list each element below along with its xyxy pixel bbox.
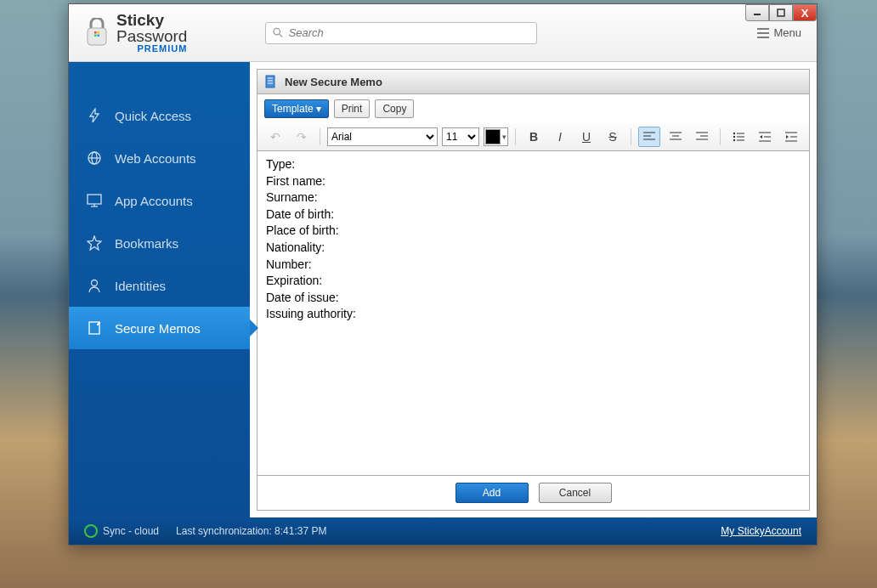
sync-icon <box>84 524 98 538</box>
outdent-button[interactable] <box>754 127 776 147</box>
indent-button[interactable] <box>780 127 802 147</box>
memo-field-line: Expiration: <box>266 273 801 290</box>
font-select[interactable]: Arial <box>327 127 438 146</box>
template-button[interactable]: Template▾ <box>264 99 329 118</box>
font-color-picker[interactable]: ▾ <box>484 127 508 146</box>
my-account-link[interactable]: My StickyAccount <box>721 525 801 537</box>
svg-point-33 <box>733 133 735 134</box>
app-footer: Sync - cloud Last synchronization: 8:41:… <box>69 517 817 545</box>
action-bar: Template▾ Print Copy <box>257 94 810 123</box>
content-area: New Secure Memo Template▾ Print Copy ↶ ↷… <box>250 62 817 517</box>
logo-text-3: PREMIUM <box>116 44 187 54</box>
format-toolbar: ↶ ↷ Arial 11 ▾ B I U S <box>257 123 810 151</box>
dialog-buttons: Add Cancel <box>257 476 810 511</box>
svg-point-35 <box>733 136 735 138</box>
sidebar-item-app-accounts[interactable]: App Accounts <box>69 179 250 222</box>
content-header: New Secure Memo <box>257 69 810 94</box>
search-icon <box>273 27 283 38</box>
align-center-button[interactable] <box>665 127 687 147</box>
memo-field-line: Number: <box>266 257 801 274</box>
bold-button[interactable]: B <box>523 127 545 147</box>
globe-icon <box>86 150 103 167</box>
sidebar-item-bookmarks[interactable]: Bookmarks <box>69 222 250 264</box>
underline-button[interactable]: U <box>575 127 597 147</box>
svg-line-8 <box>280 34 283 37</box>
sidebar-item-label: Secure Memos <box>115 321 201 336</box>
menu-button[interactable]: Menu <box>757 26 801 39</box>
person-icon <box>86 277 103 294</box>
add-button[interactable]: Add <box>455 483 529 503</box>
search-input[interactable] <box>289 26 530 39</box>
lock-icon <box>84 18 110 48</box>
sidebar-item-label: Quick Access <box>115 109 191 123</box>
sidebar-item-label: Identities <box>115 279 166 293</box>
separator <box>515 128 516 145</box>
svg-rect-3 <box>94 31 97 34</box>
content-title: New Secure Memo <box>285 76 382 88</box>
separator <box>631 128 631 145</box>
svg-rect-15 <box>88 195 101 204</box>
memo-field-line: Place of birth: <box>266 223 801 240</box>
document-icon <box>264 75 278 88</box>
close-button[interactable]: X <box>793 4 817 21</box>
svg-rect-5 <box>94 34 97 37</box>
window-controls: X <box>745 4 817 21</box>
memo-field-line: Date of birth: <box>266 206 801 223</box>
monitor-icon <box>86 192 103 209</box>
logo-text-2: Password <box>116 28 187 44</box>
memo-field-line: Date of issue: <box>266 290 801 307</box>
svg-rect-2 <box>88 28 106 45</box>
italic-button[interactable]: I <box>549 127 571 147</box>
memo-field-line: Type: <box>266 156 801 173</box>
svg-rect-4 <box>98 31 100 34</box>
chevron-down-icon: ▾ <box>316 103 321 115</box>
sidebar-item-label: Bookmarks <box>115 236 178 251</box>
cancel-button[interactable]: Cancel <box>539 483 612 503</box>
font-size-select[interactable]: 11 <box>442 127 479 146</box>
align-left-button[interactable] <box>638 127 660 147</box>
app-header: Sticky Password PREMIUM Menu <box>69 4 817 62</box>
sidebar-item-label: Web Accounts <box>115 151 196 166</box>
svg-rect-20 <box>266 76 274 88</box>
sidebar-item-label: App Accounts <box>115 194 193 208</box>
memo-field-line: First name: <box>266 173 801 190</box>
app-window: X Sticky Password PREMIUM <box>68 3 818 546</box>
svg-point-18 <box>92 280 98 286</box>
memo-icon <box>86 319 103 336</box>
separator <box>320 128 320 145</box>
svg-rect-6 <box>98 34 100 37</box>
logo-text-1: Sticky <box>116 12 187 28</box>
chevron-down-icon: ▾ <box>502 133 506 141</box>
svg-point-7 <box>274 28 280 35</box>
sidebar-item-identities[interactable]: Identities <box>69 264 250 307</box>
align-right-button[interactable] <box>691 127 713 147</box>
undo-button[interactable]: ↶ <box>264 127 286 147</box>
maximize-button[interactable] <box>769 4 793 21</box>
search-box[interactable] <box>265 22 537 44</box>
menu-label: Menu <box>773 26 801 39</box>
minimize-button[interactable] <box>745 4 769 21</box>
separator <box>720 128 721 145</box>
svg-rect-1 <box>778 9 784 16</box>
star-icon <box>86 235 103 252</box>
memo-field-line: Issuing authority: <box>266 306 801 323</box>
bullet-list-button[interactable] <box>727 127 750 147</box>
sidebar-item-web-accounts[interactable]: Web Accounts <box>69 137 250 179</box>
sidebar-item-quick-access[interactable]: Quick Access <box>69 94 250 137</box>
svg-rect-0 <box>754 14 761 15</box>
svg-point-37 <box>733 139 735 141</box>
sync-label: Sync - cloud <box>103 525 159 537</box>
bolt-icon <box>86 107 103 124</box>
memo-field-line: Nationality: <box>266 240 801 257</box>
app-logo: Sticky Password PREMIUM <box>84 12 187 54</box>
print-button[interactable]: Print <box>334 99 371 118</box>
strikethrough-button[interactable]: S <box>602 127 624 147</box>
redo-button[interactable]: ↷ <box>291 127 313 147</box>
memo-field-line: Surname: <box>266 189 801 206</box>
hamburger-icon <box>757 28 769 38</box>
memo-editor[interactable]: Type:First name:Surname:Date of birth:Pl… <box>257 151 810 476</box>
sidebar-item-secure-memos[interactable]: Secure Memos <box>69 307 250 349</box>
sync-status[interactable]: Sync - cloud <box>84 524 159 538</box>
sidebar: Quick Access Web Accounts App Accounts B… <box>69 62 250 517</box>
copy-button[interactable]: Copy <box>375 99 414 118</box>
